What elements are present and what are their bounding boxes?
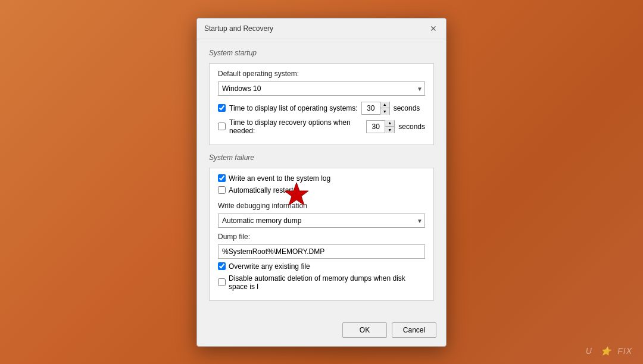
write-event-checkbox[interactable] [218, 174, 226, 182]
disable-auto-delete-checkbox[interactable] [218, 278, 226, 286]
display-list-spin-up[interactable]: ▲ [380, 102, 389, 108]
write-event-label: Write an event to the system log [229, 174, 330, 183]
svg-marker-0 [285, 183, 308, 205]
debug-dropdown-wrapper: Automatic memory dump Complete memory du… [218, 214, 425, 228]
system-failure-label: System failure [209, 153, 434, 162]
disable-auto-delete-row: Disable automatic deletion of memory dum… [218, 274, 425, 291]
recovery-options-spin-down[interactable]: ▼ [385, 127, 394, 133]
overwrite-row: Overwrite any existing file [218, 262, 425, 271]
recovery-options-spin-up[interactable]: ▲ [385, 120, 394, 127]
display-list-spin-down[interactable]: ▼ [380, 108, 389, 115]
system-startup-section: System startup Default operating system:… [209, 49, 434, 145]
recovery-options-row: Time to display recovery options when ne… [218, 118, 425, 135]
debug-info-label: Write debugging information [218, 202, 425, 210]
recovery-options-spinner-buttons: ▲ ▼ [385, 120, 394, 133]
system-startup-label: System startup [209, 49, 434, 57]
startup-and-recovery-dialog: Startup and Recovery ✕ System startup De… [196, 18, 447, 347]
dialog-title: Startup and Recovery [204, 24, 273, 33]
recovery-options-checkbox[interactable] [218, 123, 226, 130]
auto-restart-row: Automatically restart [218, 186, 425, 194]
display-list-row: Time to display list of operating system… [218, 102, 425, 115]
recovery-options-unit: seconds [398, 123, 425, 131]
display-list-spinner-buttons: ▲ ▼ [380, 102, 389, 115]
recovery-options-label: Time to display recovery options when ne… [229, 118, 363, 135]
ok-button[interactable]: OK [342, 322, 387, 338]
star-icon [283, 181, 310, 209]
write-event-row: Write an event to the system log [218, 174, 425, 183]
os-dropdown[interactable]: Windows 10 [218, 81, 425, 96]
os-dropdown-wrapper: Windows 10 ▼ [218, 81, 425, 96]
disable-auto-delete-label: Disable automatic deletion of memory dum… [229, 274, 425, 291]
auto-restart-checkbox[interactable] [218, 186, 226, 194]
overwrite-checkbox[interactable] [218, 262, 226, 270]
display-list-input[interactable] [362, 102, 380, 114]
dump-file-label: Dump file: [218, 233, 425, 241]
system-startup-box: Default operating system: Windows 10 ▼ T… [209, 63, 434, 145]
title-bar: Startup and Recovery ✕ [197, 18, 446, 39]
dialog-footer: OK Cancel [197, 316, 446, 346]
display-list-label: Time to display list of operating system… [229, 104, 358, 112]
default-os-label: Default operating system: [218, 70, 425, 78]
dump-file-input[interactable]: %SystemRoot%\MEMORY.DMP [218, 244, 425, 259]
cancel-button[interactable]: Cancel [392, 322, 436, 338]
display-list-spinner: ▲ ▼ [361, 102, 390, 115]
display-list-checkbox[interactable] [218, 104, 226, 112]
close-button[interactable]: ✕ [428, 23, 439, 34]
system-failure-section: System failure Write an event to the sys… [209, 153, 434, 301]
display-list-unit: seconds [394, 104, 420, 112]
watermark: U ⭐ FIX [586, 346, 632, 356]
dialog-body: System startup Default operating system:… [197, 39, 446, 316]
overwrite-label: Overwrite any existing file [229, 262, 310, 271]
debug-dropdown[interactable]: Automatic memory dump Complete memory du… [218, 214, 425, 228]
recovery-options-input[interactable] [367, 121, 385, 133]
recovery-options-spinner: ▲ ▼ [366, 120, 395, 133]
system-failure-box: Write an event to the system log Automat… [209, 168, 434, 301]
